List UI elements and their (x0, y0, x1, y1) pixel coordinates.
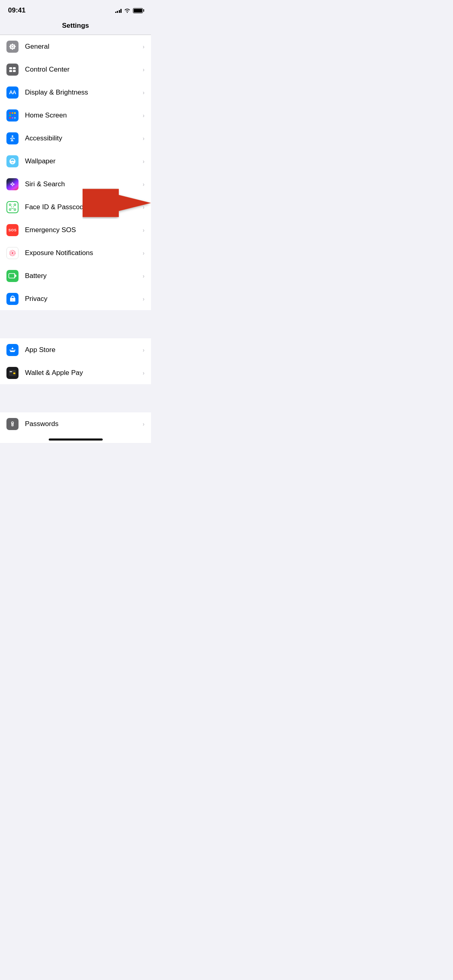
section-gap-1 (0, 324, 151, 338)
control-center-icon (6, 64, 19, 76)
control-center-chevron: › (143, 66, 145, 73)
svg-point-15 (13, 183, 14, 185)
svg-point-13 (12, 135, 13, 137)
exposure-notifications-icon (6, 247, 19, 259)
passwords-chevron: › (143, 421, 145, 427)
settings-row-wallpaper[interactable]: Wallpaper › (0, 150, 151, 173)
svg-rect-30 (15, 275, 17, 277)
svg-rect-34 (13, 373, 15, 374)
svg-rect-20 (9, 209, 11, 210)
settings-row-emergency-sos[interactable]: SOS Emergency SOS › (0, 218, 151, 241)
battery-settings-icon (6, 270, 19, 282)
wallpaper-chevron: › (143, 158, 145, 165)
home-indicator-area (0, 435, 151, 443)
settings-row-passwords[interactable]: Passwords › (0, 412, 151, 435)
svg-rect-35 (10, 371, 12, 372)
svg-rect-4 (9, 112, 11, 114)
svg-rect-1 (13, 67, 16, 69)
svg-rect-8 (12, 115, 13, 116)
settings-row-wallet[interactable]: Wallet & Apple Pay › (0, 361, 151, 384)
status-time: 09:41 (8, 6, 25, 14)
settings-row-accessibility[interactable]: Accessibility › (0, 127, 151, 150)
control-center-label: Control Center (25, 66, 143, 74)
wallpaper-icon (6, 155, 19, 167)
sos-text: SOS (8, 228, 17, 232)
emergency-sos-icon: SOS (6, 224, 19, 236)
display-brightness-label: Display & Brightness (25, 89, 143, 97)
svg-rect-9 (14, 115, 16, 116)
settings-row-face-id[interactable]: Face ID & Passcode › (0, 196, 151, 218)
svg-point-22 (11, 206, 12, 207)
app-store-chevron: › (143, 347, 145, 353)
settings-row-general[interactable]: General › (0, 35, 151, 58)
general-chevron: › (143, 43, 145, 50)
svg-point-25 (12, 252, 13, 254)
battery-status-icon (133, 8, 143, 13)
accessibility-label: Accessibility (25, 134, 143, 142)
signal-bars-icon (115, 8, 122, 13)
settings-row-display-brightness[interactable]: AA Display & Brightness › (0, 81, 151, 104)
settings-row-exposure-notifications[interactable]: Exposure Notifications › (0, 241, 151, 264)
siri-icon (6, 178, 19, 190)
svg-rect-11 (12, 117, 13, 119)
battery-chevron: › (143, 273, 145, 279)
settings-row-privacy[interactable]: Privacy › (0, 287, 151, 310)
face-id-row-wrapper: Face ID & Passcode › (0, 196, 151, 218)
settings-group-1: General › Control Center › AA Display & … (0, 35, 151, 310)
display-brightness-chevron: › (143, 89, 145, 96)
home-screen-chevron: › (143, 112, 145, 119)
wallet-icon (6, 367, 19, 379)
app-store-icon (6, 344, 19, 356)
svg-rect-18 (9, 204, 11, 206)
settings-row-control-center[interactable]: Control Center › (0, 58, 151, 81)
svg-rect-12 (14, 117, 16, 119)
face-id-icon (6, 201, 19, 213)
face-id-label: Face ID & Passcode (25, 203, 143, 211)
privacy-label: Privacy (25, 295, 143, 303)
exposure-notifications-chevron: › (143, 250, 145, 256)
svg-rect-3 (13, 70, 16, 72)
battery-label: Battery (25, 272, 143, 280)
svg-rect-0 (9, 67, 12, 69)
svg-rect-21 (14, 209, 16, 210)
settings-row-app-store[interactable]: App Store › (0, 338, 151, 361)
siri-search-label: Siri & Search (25, 180, 143, 188)
wallpaper-label: Wallpaper (25, 157, 143, 165)
home-indicator-bar (49, 439, 103, 441)
wallet-chevron: › (143, 370, 145, 376)
settings-row-battery[interactable]: Battery › (0, 264, 151, 287)
wifi-icon (124, 8, 130, 13)
settings-row-siri-search[interactable]: Siri & Search › (0, 173, 151, 196)
siri-search-chevron: › (143, 181, 145, 187)
svg-rect-5 (12, 112, 13, 114)
status-icons (115, 8, 143, 13)
svg-rect-6 (14, 112, 16, 114)
section-gap-2 (0, 398, 151, 412)
privacy-chevron: › (143, 296, 145, 302)
page-title: Settings (62, 22, 89, 29)
general-label: General (25, 43, 143, 51)
general-icon (6, 41, 19, 53)
home-screen-icon (6, 109, 19, 121)
emergency-sos-label: Emergency SOS (25, 226, 143, 234)
svg-rect-2 (9, 70, 12, 72)
privacy-icon (6, 293, 19, 305)
passwords-label: Passwords (25, 420, 143, 428)
settings-row-home-screen[interactable]: Home Screen › (0, 104, 151, 127)
navigation-bar: Settings (0, 18, 151, 35)
accessibility-icon (6, 132, 19, 144)
emergency-sos-chevron: › (143, 227, 145, 233)
svg-point-14 (10, 183, 12, 185)
svg-rect-10 (9, 117, 11, 119)
svg-point-16 (12, 182, 13, 184)
display-brightness-icon: AA (6, 86, 19, 99)
svg-point-17 (12, 185, 13, 186)
status-bar: 09:41 (0, 0, 151, 18)
svg-rect-29 (9, 274, 14, 278)
svg-rect-38 (12, 424, 13, 426)
home-screen-label: Home Screen (25, 111, 143, 119)
app-store-label: App Store (25, 346, 143, 354)
passwords-icon (6, 418, 19, 430)
settings-group-3: Passwords › (0, 412, 151, 435)
accessibility-chevron: › (143, 135, 145, 142)
